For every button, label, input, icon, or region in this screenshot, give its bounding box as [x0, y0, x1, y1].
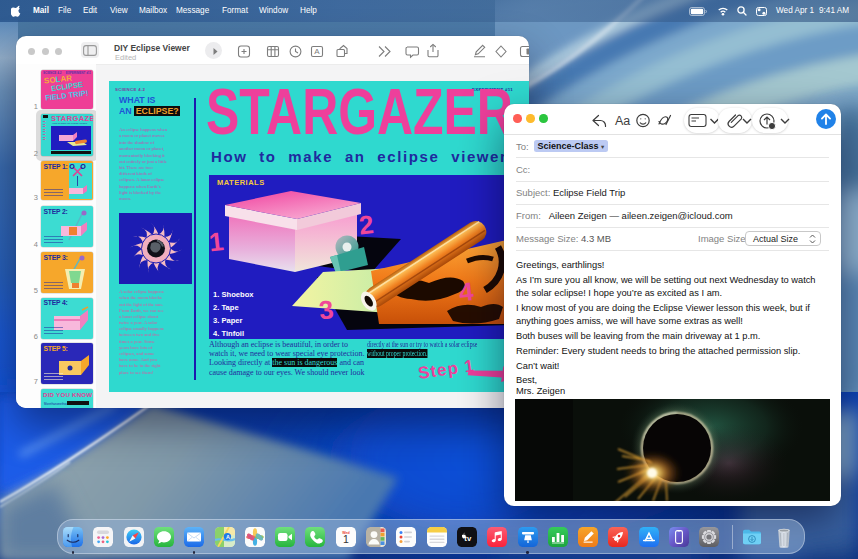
svg-text:Aa: Aa	[615, 114, 630, 128]
svg-text:A: A	[225, 534, 229, 540]
svg-text:1: 1	[343, 533, 349, 545]
svg-text:tv: tv	[464, 534, 472, 543]
svg-text:2: 2	[358, 209, 376, 240]
svg-text:1: 1	[209, 226, 225, 257]
svg-text:A: A	[314, 47, 320, 56]
